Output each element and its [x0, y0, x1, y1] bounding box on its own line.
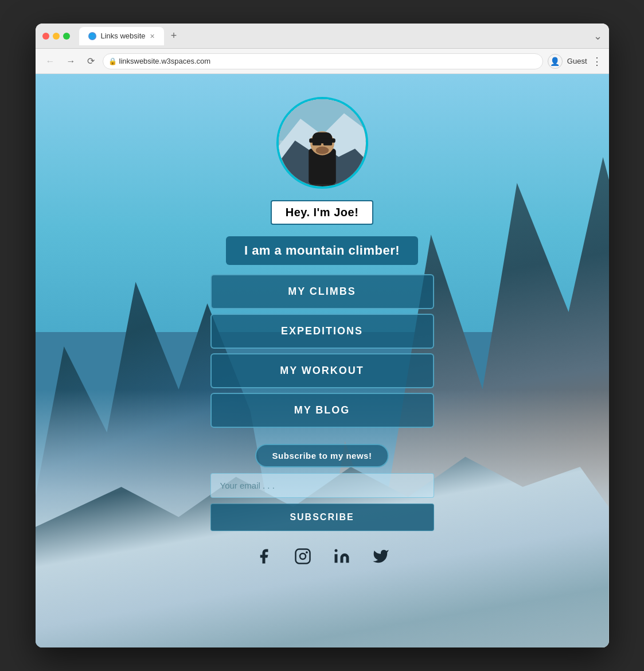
tab-close-button[interactable]: ×: [150, 32, 155, 40]
tab-favicon: 🌐: [88, 32, 96, 40]
forward-button[interactable]: →: [63, 54, 79, 69]
my-climbs-label: MY CLIMBS: [288, 286, 356, 297]
description-text: I am a mountain climber!: [244, 243, 400, 258]
reload-button[interactable]: ⟳: [84, 53, 98, 69]
minimize-traffic-light[interactable]: [53, 33, 60, 40]
svg-rect-12: [295, 549, 310, 564]
name-badge: Hey. I'm Joe!: [271, 200, 374, 225]
address-bar: ← → ⟳ 🔒 👤 Guest ⋮: [36, 49, 609, 74]
subscribe-cta-text: Subscribe to my news!: [272, 451, 372, 461]
page-content: Hey. I'm Joe! I am a mountain climber! M…: [36, 74, 609, 591]
window-menu-button[interactable]: ⌄: [594, 30, 602, 42]
my-workout-button[interactable]: MY WORKOUT: [210, 353, 434, 388]
twitter-icon[interactable]: [369, 545, 392, 568]
subscribe-section: Subscribe to my news! SUBSCRIBE: [210, 444, 434, 531]
social-row: [252, 545, 392, 568]
expeditions-label: EXPEDITIONS: [281, 325, 363, 337]
subscribe-submit-button[interactable]: SUBSCRIBE: [210, 504, 434, 531]
description-badge: I am a mountain climber!: [226, 236, 418, 265]
my-blog-label: MY BLOG: [294, 404, 350, 416]
tab-title: Links website: [101, 32, 146, 40]
svg-point-13: [300, 553, 306, 559]
avatar-placeholder: [279, 99, 366, 186]
new-tab-button[interactable]: +: [166, 30, 182, 42]
instagram-icon[interactable]: [291, 545, 314, 568]
address-bar-right: 👤 Guest ⋮: [548, 54, 602, 69]
expeditions-button[interactable]: EXPEDITIONS: [210, 314, 434, 349]
lock-icon: 🔒: [108, 57, 117, 65]
my-blog-button[interactable]: MY BLOG: [210, 393, 434, 428]
title-bar: 🌐 Links website × + ⌄: [36, 24, 609, 49]
linkedin-icon[interactable]: [330, 545, 353, 568]
facebook-icon[interactable]: [252, 545, 275, 568]
svg-point-14: [306, 551, 308, 553]
svg-rect-11: [309, 138, 335, 143]
main-content: Hey. I'm Joe! I am a mountain climber! M…: [36, 74, 609, 647]
address-input[interactable]: [103, 53, 543, 69]
maximize-traffic-light[interactable]: [63, 33, 70, 40]
guest-label: Guest: [567, 57, 587, 65]
my-workout-label: MY WORKOUT: [280, 365, 364, 376]
close-traffic-light[interactable]: [42, 33, 49, 40]
svg-point-15: [334, 549, 337, 552]
subscribe-submit-label: SUBSCRIBE: [290, 512, 354, 522]
traffic-lights: [42, 33, 70, 40]
browser-window: 🌐 Links website × + ⌄ ← → ⟳ 🔒 👤 Guest ⋮: [36, 24, 609, 647]
address-bar-wrapper: 🔒: [103, 53, 543, 69]
svg-point-9: [315, 146, 329, 154]
tab-bar: 🌐 Links website × +: [79, 27, 589, 45]
user-avatar-icon[interactable]: 👤: [548, 54, 563, 69]
email-input[interactable]: [210, 473, 434, 498]
avatar: [276, 97, 368, 189]
my-climbs-button[interactable]: MY CLIMBS: [210, 274, 434, 309]
name-text: Hey. I'm Joe!: [286, 206, 359, 219]
subscribe-cta-button[interactable]: Subscribe to my news!: [255, 444, 389, 467]
back-button[interactable]: ←: [42, 54, 58, 69]
browser-menu-button[interactable]: ⋮: [592, 55, 602, 68]
active-tab[interactable]: 🌐 Links website ×: [79, 27, 164, 45]
